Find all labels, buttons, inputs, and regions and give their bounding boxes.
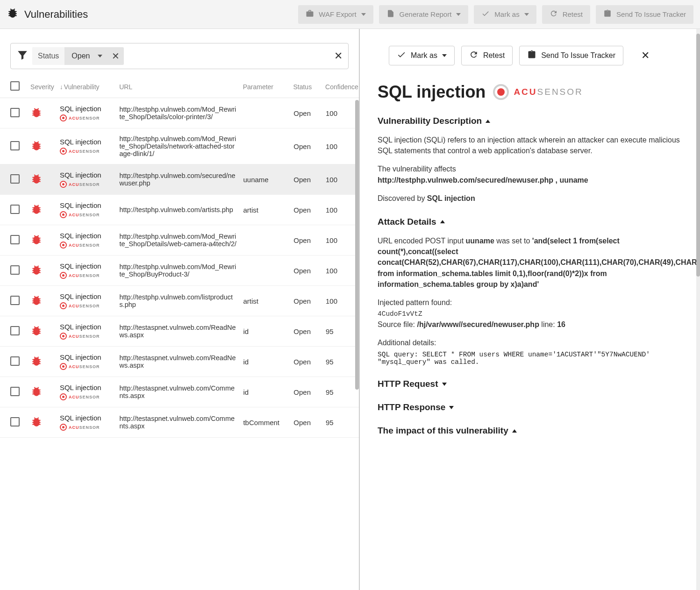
send-tracker-label: Send To Issue Tracker bbox=[616, 10, 686, 18]
table-row[interactable]: SQL injectionACUSENSORhttp://testphp.vul… bbox=[0, 164, 359, 195]
acusensor-icon bbox=[60, 211, 67, 218]
retest-button[interactable]: Retest bbox=[542, 5, 590, 24]
acusensor-badge: ACUSENSOR bbox=[60, 333, 120, 340]
row-checkbox[interactable] bbox=[10, 205, 20, 214]
row-checkbox[interactable] bbox=[10, 108, 20, 117]
row-checkbox[interactable] bbox=[10, 417, 20, 427]
filter-chip-remove[interactable]: ✕ bbox=[108, 47, 124, 65]
close-panel-button[interactable]: ✕ bbox=[641, 50, 650, 62]
scrollbar-thumb[interactable] bbox=[696, 34, 700, 277]
row-checkbox[interactable] bbox=[10, 235, 20, 244]
row-checkbox[interactable] bbox=[10, 265, 20, 275]
row-checkbox[interactable] bbox=[10, 326, 20, 335]
vulnerability-name: SQL injection bbox=[60, 323, 120, 331]
severity-bug-icon bbox=[30, 300, 43, 308]
panel-send-tracker-label: Send To Issue Tracker bbox=[541, 51, 615, 60]
table-row[interactable]: SQL injectionACUSENSORhttp://testaspnet.… bbox=[0, 377, 359, 407]
row-status: Open bbox=[293, 236, 326, 244]
table-row[interactable]: SQL injectionACUSENSORhttp://testphp.vul… bbox=[0, 256, 359, 286]
sort-down-icon: ↓ bbox=[60, 83, 63, 91]
chevron-down-icon bbox=[449, 406, 454, 409]
acusensor-icon bbox=[60, 148, 67, 155]
section-http-request-header[interactable]: HTTP Request bbox=[378, 379, 682, 389]
vulnerability-name: SQL injection bbox=[60, 292, 120, 300]
chevron-down-icon bbox=[456, 13, 461, 16]
mark-as-button[interactable]: Mark as bbox=[474, 5, 536, 24]
vulnerabilities-list-panel: Status Open ✕ ✕ Severity ↓Vulnerability … bbox=[0, 29, 360, 590]
section-description-header[interactable]: Vulnerability Description bbox=[378, 116, 682, 126]
filter-chip-value-wrap[interactable]: Open bbox=[65, 47, 107, 65]
scrollbar[interactable] bbox=[696, 29, 700, 590]
generate-report-button[interactable]: Generate Report bbox=[379, 5, 469, 24]
row-checkbox[interactable] bbox=[10, 387, 20, 396]
send-tracker-button[interactable]: Send To Issue Tracker bbox=[596, 5, 693, 24]
table-row[interactable]: SQL injectionACUSENSORhttp://testaspnet.… bbox=[0, 316, 359, 347]
severity-bug-icon bbox=[30, 361, 43, 369]
table-row[interactable]: SQL injectionACUSENSORhttp://testphp.vul… bbox=[0, 98, 359, 128]
clipboard-icon bbox=[527, 50, 536, 61]
col-vulnerability[interactable]: ↓Vulnerability bbox=[60, 83, 119, 91]
acusensor-badge: ACUSENSOR bbox=[60, 424, 120, 431]
severity-bug-icon bbox=[30, 112, 43, 120]
vulnerability-name: SQL injection bbox=[60, 414, 120, 422]
table-row[interactable]: SQL injectionACUSENSORhttp://testphp.vul… bbox=[0, 286, 359, 316]
severity-bug-icon bbox=[30, 421, 43, 429]
row-confidence: 95 bbox=[326, 419, 349, 427]
row-checkbox[interactable] bbox=[10, 174, 20, 184]
panel-retest-button[interactable]: Retest bbox=[461, 46, 513, 65]
row-status: Open bbox=[293, 176, 326, 184]
row-parameter: artist bbox=[243, 297, 293, 305]
acusensor-icon bbox=[60, 393, 67, 400]
row-checkbox[interactable] bbox=[10, 296, 20, 305]
chevron-up-icon bbox=[486, 120, 490, 123]
detail-title: SQL injection ACUSENSOR bbox=[378, 82, 682, 102]
chevron-down-icon bbox=[361, 13, 366, 16]
row-status: Open bbox=[293, 267, 326, 275]
acusensor-badge: ACUSENSOR bbox=[60, 302, 120, 309]
filter-chip-status[interactable]: Status Open ✕ bbox=[32, 47, 124, 65]
mark-as-label: Mark as bbox=[494, 10, 519, 18]
table-row[interactable]: SQL injectionACUSENSORhttp://testphp.vul… bbox=[0, 128, 359, 164]
waf-export-label: WAF Export bbox=[319, 10, 356, 18]
topbar: Vulnerabilities WAF Export Generate Repo… bbox=[0, 0, 700, 29]
row-checkbox[interactable] bbox=[10, 356, 20, 366]
acusensor-icon bbox=[493, 84, 509, 100]
col-url[interactable]: URL bbox=[119, 83, 243, 91]
col-parameter[interactable]: Parameter bbox=[243, 83, 293, 91]
row-status: Open bbox=[293, 327, 326, 335]
table-row[interactable]: SQL injectionACUSENSORhttp://testphp.vul… bbox=[0, 225, 359, 256]
row-url: http://testaspnet.vulnweb.com/Comments.a… bbox=[119, 384, 243, 399]
acusensor-badge: ACUSENSOR bbox=[60, 211, 120, 218]
check-icon bbox=[481, 9, 490, 19]
affects-line: The vulnerability affects http://testphp… bbox=[378, 163, 682, 185]
acusensor-icon bbox=[60, 114, 67, 121]
col-severity[interactable]: Severity bbox=[30, 83, 60, 91]
refresh-icon bbox=[469, 50, 479, 61]
panel-send-tracker-button[interactable]: Send To Issue Tracker bbox=[519, 46, 623, 65]
clear-filters-button[interactable]: ✕ bbox=[334, 50, 343, 62]
additional-details-code: SQL query: SELECT * FROM users WHERE una… bbox=[378, 351, 682, 366]
row-checkbox[interactable] bbox=[10, 141, 20, 150]
scrollbar-thumb[interactable] bbox=[355, 100, 359, 390]
table-row[interactable]: SQL injectionACUSENSORhttp://testaspnet.… bbox=[0, 347, 359, 377]
section-http-response-header[interactable]: HTTP Response bbox=[378, 402, 682, 412]
select-all-checkbox[interactable] bbox=[10, 81, 20, 91]
table-row[interactable]: SQL injectionACUSENSORhttp://testaspnet.… bbox=[0, 407, 359, 438]
row-status: Open bbox=[293, 142, 326, 150]
section-impact-header[interactable]: The impact of this vulnerability bbox=[378, 426, 682, 436]
col-confidence[interactable]: Confidence bbox=[325, 83, 349, 91]
row-confidence: 100 bbox=[326, 142, 349, 150]
description-text: SQL injection (SQLi) refers to an inject… bbox=[378, 135, 682, 156]
section-attack-header[interactable]: Attack Details bbox=[378, 217, 682, 227]
waf-export-button[interactable]: WAF Export bbox=[298, 5, 373, 24]
table-row[interactable]: SQL injectionACUSENSORhttp://testphp.vul… bbox=[0, 195, 359, 225]
panel-mark-as-button[interactable]: Mark as bbox=[389, 46, 455, 65]
row-url: http://testaspnet.vulnweb.com/ReadNews.a… bbox=[119, 354, 243, 369]
row-status: Open bbox=[293, 206, 326, 214]
scrollbar[interactable] bbox=[355, 98, 359, 562]
filter-icon[interactable] bbox=[16, 49, 29, 63]
row-status: Open bbox=[293, 419, 326, 427]
col-status[interactable]: Status bbox=[293, 83, 325, 91]
acusensor-badge: ACUSENSOR bbox=[60, 363, 120, 370]
refresh-icon bbox=[550, 9, 558, 19]
